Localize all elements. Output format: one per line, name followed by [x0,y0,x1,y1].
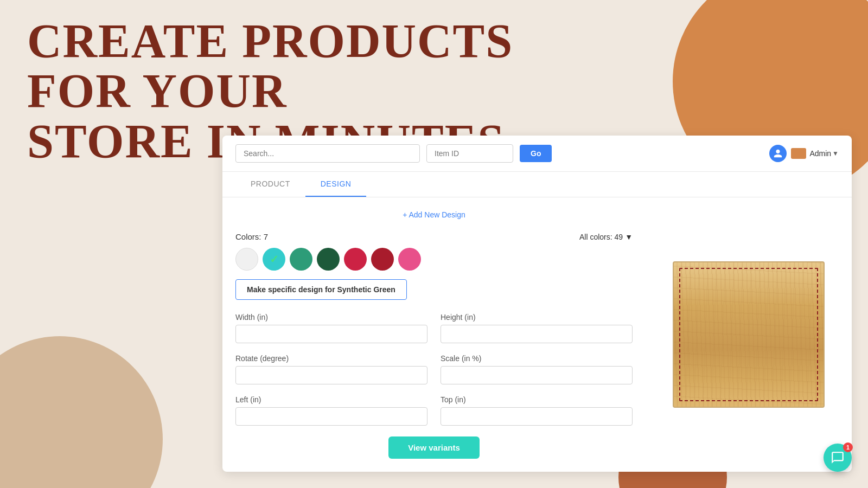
admin-dropdown-arrow[interactable]: ▼ [832,150,839,157]
width-label: Width (in) [235,313,427,322]
swatch-teal[interactable] [290,248,312,271]
swatch-pink[interactable] [398,248,421,271]
left-panel: + Add New Design Colors: 7 All colors: 4… [222,197,646,472]
colors-count: Colors: 7 [235,232,268,241]
admin-label: Admin [809,149,831,158]
top-bar: Go Admin ▼ [222,136,852,172]
main-panel: Go Admin ▼ PRODUCT DESIGN + Add New Desi… [222,136,852,472]
form-row-1: Width (in) Height (in) [235,313,633,343]
height-input[interactable] [441,325,633,343]
swatch-white[interactable] [235,248,258,271]
form-row-2: Rotate (degree) Scale (in %) [235,354,633,384]
specific-design-prefix: Make specific design for [247,285,337,294]
right-panel [646,197,852,472]
form-group-height: Height (in) [441,313,633,343]
user-color-badge [791,148,806,159]
rotate-input[interactable] [235,366,427,384]
search-input[interactable] [235,144,420,163]
specific-design-color: Synthetic Green [337,285,395,294]
user-info-row: Admin ▼ [769,145,839,162]
form-group-top: Top (in) [441,395,633,426]
swatch-crimson[interactable] [371,248,394,271]
all-colors-arrow: ▼ [625,233,633,241]
go-button[interactable]: Go [520,145,552,162]
dashed-border [679,268,818,401]
scale-input[interactable] [441,366,633,384]
form-group-scale: Scale (in %) [441,354,633,384]
width-input[interactable] [235,325,427,343]
tab-product[interactable]: PRODUCT [235,172,305,197]
form-group-left: Left (in) [235,395,427,426]
form-row-3: Left (in) Top (in) [235,395,633,426]
form-group-rotate: Rotate (degree) [235,354,427,384]
left-input[interactable] [235,407,427,426]
bg-shape-bottom-left [0,336,163,488]
form-group-width: Width (in) [235,313,427,343]
chat-badge: 1 [843,442,853,452]
top-label: Top (in) [441,395,633,404]
top-input[interactable] [441,407,633,426]
all-colors-dropdown[interactable]: All colors: 49 ▼ [579,233,633,241]
scale-label: Scale (in %) [441,354,633,363]
add-design-link[interactable]: + Add New Design [235,210,633,219]
swatch-red[interactable] [344,248,367,271]
left-label: Left (in) [235,395,427,404]
tabs-bar: PRODUCT DESIGN [222,172,852,197]
view-variants-button[interactable]: View variants [388,436,480,459]
rotate-label: Rotate (degree) [235,354,427,363]
wood-surface [673,261,825,408]
chat-button[interactable]: 1 [824,444,852,472]
color-swatches [235,248,633,271]
avatar [769,145,787,162]
product-preview [673,261,825,408]
swatch-dark-green[interactable] [317,248,340,271]
specific-design-button[interactable]: Make specific design for Synthetic Green [235,279,407,300]
item-id-input[interactable] [426,144,513,163]
content-area: + Add New Design Colors: 7 All colors: 4… [222,197,852,472]
colors-header: Colors: 7 All colors: 49 ▼ [235,232,633,241]
all-colors-label: All colors: 49 [579,233,623,241]
swatch-mint[interactable] [263,248,285,271]
tab-design[interactable]: DESIGN [305,172,367,197]
height-label: Height (in) [441,313,633,322]
